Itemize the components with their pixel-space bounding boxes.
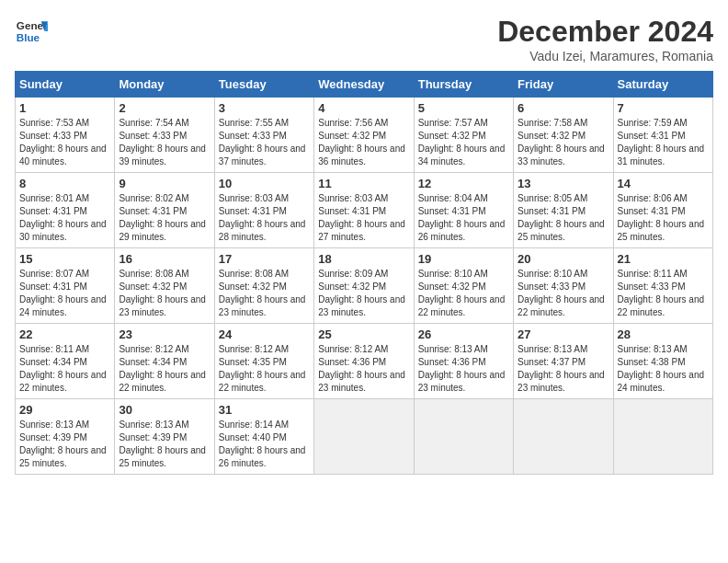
calendar-empty [514, 399, 613, 475]
calendar-day-17: 17Sunrise: 8:08 AMSunset: 4:32 PMDayligh… [214, 248, 313, 324]
calendar-day-24: 24Sunrise: 8:12 AMSunset: 4:35 PMDayligh… [214, 324, 313, 399]
calendar-day-1: 1Sunrise: 7:53 AMSunset: 4:33 PMDaylight… [16, 98, 115, 173]
calendar-day-6: 6Sunrise: 7:58 AMSunset: 4:32 PMDaylight… [514, 98, 613, 173]
calendar-day-4: 4Sunrise: 7:56 AMSunset: 4:32 PMDaylight… [314, 98, 414, 173]
calendar-empty [613, 399, 712, 475]
calendar-day-12: 12Sunrise: 8:04 AMSunset: 4:31 PMDayligh… [414, 173, 513, 248]
calendar-day-26: 26Sunrise: 8:13 AMSunset: 4:36 PMDayligh… [414, 324, 513, 399]
logo: General Blue [15, 15, 48, 48]
calendar-day-14: 14Sunrise: 8:06 AMSunset: 4:31 PMDayligh… [613, 173, 712, 248]
calendar-day-2: 2Sunrise: 7:54 AMSunset: 4:33 PMDaylight… [115, 98, 214, 173]
header-friday: Friday [514, 72, 613, 98]
calendar-day-9: 9Sunrise: 8:02 AMSunset: 4:31 PMDaylight… [115, 173, 214, 248]
calendar-day-13: 13Sunrise: 8:05 AMSunset: 4:31 PMDayligh… [514, 173, 613, 248]
svg-text:Blue: Blue [17, 31, 40, 43]
title-block: December 2024 Vadu Izei, Maramures, Roma… [497, 15, 713, 63]
page-header: General Blue December 2024 Vadu Izei, Ma… [15, 15, 713, 63]
calendar-day-19: 19Sunrise: 8:10 AMSunset: 4:32 PMDayligh… [414, 248, 513, 324]
header-tuesday: Tuesday [214, 72, 313, 98]
logo-icon: General Blue [15, 15, 48, 48]
calendar-day-11: 11Sunrise: 8:03 AMSunset: 4:31 PMDayligh… [314, 173, 414, 248]
calendar-day-16: 16Sunrise: 8:08 AMSunset: 4:32 PMDayligh… [115, 248, 214, 324]
calendar-day-3: 3Sunrise: 7:55 AMSunset: 4:33 PMDaylight… [214, 98, 313, 173]
calendar-day-23: 23Sunrise: 8:12 AMSunset: 4:34 PMDayligh… [115, 324, 214, 399]
calendar-week-1: 1Sunrise: 7:53 AMSunset: 4:33 PMDaylight… [16, 98, 713, 173]
calendar-week-2: 8Sunrise: 8:01 AMSunset: 4:31 PMDaylight… [16, 173, 713, 248]
calendar-day-15: 15Sunrise: 8:07 AMSunset: 4:31 PMDayligh… [16, 248, 115, 324]
calendar-day-28: 28Sunrise: 8:13 AMSunset: 4:38 PMDayligh… [613, 324, 712, 399]
calendar-week-3: 15Sunrise: 8:07 AMSunset: 4:31 PMDayligh… [16, 248, 713, 324]
calendar-week-5: 29Sunrise: 8:13 AMSunset: 4:39 PMDayligh… [16, 399, 713, 475]
header-monday: Monday [115, 72, 214, 98]
calendar-day-18: 18Sunrise: 8:09 AMSunset: 4:32 PMDayligh… [314, 248, 414, 324]
calendar-day-30: 30Sunrise: 8:13 AMSunset: 4:39 PMDayligh… [115, 399, 214, 475]
calendar-day-5: 5Sunrise: 7:57 AMSunset: 4:32 PMDaylight… [414, 98, 513, 173]
location: Vadu Izei, Maramures, Romania [497, 49, 713, 63]
header-sunday: Sunday [16, 72, 115, 98]
calendar-day-8: 8Sunrise: 8:01 AMSunset: 4:31 PMDaylight… [16, 173, 115, 248]
calendar-day-21: 21Sunrise: 8:11 AMSunset: 4:33 PMDayligh… [613, 248, 712, 324]
calendar-day-27: 27Sunrise: 8:13 AMSunset: 4:37 PMDayligh… [514, 324, 613, 399]
month-title: December 2024 [497, 15, 713, 49]
calendar-day-10: 10Sunrise: 8:03 AMSunset: 4:31 PMDayligh… [214, 173, 313, 248]
calendar-day-29: 29Sunrise: 8:13 AMSunset: 4:39 PMDayligh… [16, 399, 115, 475]
calendar-day-22: 22Sunrise: 8:11 AMSunset: 4:34 PMDayligh… [16, 324, 115, 399]
calendar-day-25: 25Sunrise: 8:12 AMSunset: 4:36 PMDayligh… [314, 324, 414, 399]
calendar-day-20: 20Sunrise: 8:10 AMSunset: 4:33 PMDayligh… [514, 248, 613, 324]
weekday-header-row: Sunday Monday Tuesday Wednesday Thursday… [16, 72, 713, 98]
header-thursday: Thursday [414, 72, 513, 98]
header-saturday: Saturday [613, 72, 712, 98]
calendar-table: Sunday Monday Tuesday Wednesday Thursday… [15, 71, 713, 475]
calendar-day-31: 31Sunrise: 8:14 AMSunset: 4:40 PMDayligh… [214, 399, 313, 475]
calendar-empty [414, 399, 513, 475]
calendar-empty [314, 399, 414, 475]
calendar-day-7: 7Sunrise: 7:59 AMSunset: 4:31 PMDaylight… [613, 98, 712, 173]
calendar-week-4: 22Sunrise: 8:11 AMSunset: 4:34 PMDayligh… [16, 324, 713, 399]
header-wednesday: Wednesday [314, 72, 414, 98]
